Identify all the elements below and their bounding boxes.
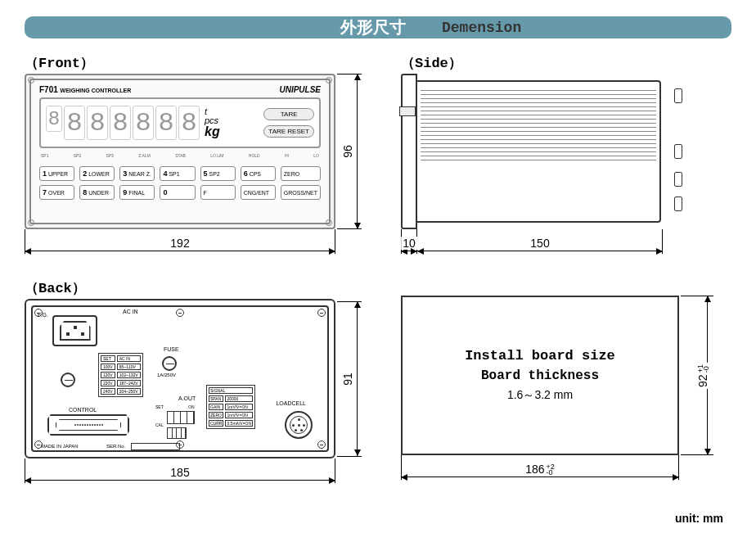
key-9-final[interactable]: 9FINAL — [119, 185, 155, 200]
digit: 8 — [110, 106, 131, 140]
back-panel: F.G. AC IN FUSE 1A/250V — [25, 299, 335, 458]
indicator-row: SP1SP2 SP3Z.ALM STABLO.LIM HOLDHI LO — [39, 153, 321, 160]
header-cn: 外形尺寸 — [340, 16, 406, 38]
key-1-upper[interactable]: 1UPPER — [39, 166, 74, 181]
ser-field — [131, 443, 180, 450]
install-board: Install board size Board thickness 1.6～3… — [401, 296, 679, 455]
loadcell-connector — [285, 411, 313, 439]
install-spacer — [401, 278, 728, 294]
ser-label: SER.No. — [106, 444, 125, 449]
dim-front-width: 192 — [25, 251, 335, 251]
brand-label: UNIPULSE — [279, 85, 321, 94]
digit: 8 — [155, 106, 177, 140]
front-panel: F701 WEIGHING CONTROLLER UNIPULSE 8 8 8 … — [25, 74, 335, 229]
subtitle: WEIGHING CONTROLLER — [61, 88, 132, 93]
dim-install-height: 92+1-0 — [707, 296, 708, 455]
dim-install-width: 186+2-0 — [401, 477, 679, 477]
tare-button[interactable]: TARE — [263, 108, 314, 120]
dim-back-height: 91 — [357, 301, 358, 456]
key-7-over[interactable]: 7OVER — [39, 185, 74, 200]
ground-terminal — [61, 373, 75, 387]
key-2-lower[interactable]: 2LOWER — [79, 166, 115, 181]
model-label: F701 — [39, 85, 58, 94]
fuse-holder — [162, 356, 177, 371]
dim-side-flange: 10 — [401, 251, 417, 251]
key-zero[interactable]: ZERO — [281, 166, 321, 181]
set-label: SET — [155, 404, 164, 409]
side-panel — [401, 74, 679, 229]
unit-note: unit: mm — [25, 512, 731, 525]
control-label: CONTROL — [69, 407, 97, 413]
control-connector — [47, 414, 129, 436]
dip-switch — [167, 427, 187, 439]
cal-label: CAL — [155, 422, 164, 427]
on-label: ON — [188, 404, 195, 409]
install-thickness-value: 1.6～3.2 mm — [507, 388, 573, 403]
ac-inlet — [52, 315, 97, 346]
key-gross-net[interactable]: GROSS/NET — [281, 185, 321, 200]
section-header: 外形尺寸 Demension — [25, 16, 731, 38]
key-4-sp1[interactable]: 4SP1 — [160, 166, 195, 181]
dim-front-height: 96 — [357, 74, 358, 229]
digit: 8 — [178, 106, 200, 140]
lcd-display: 8 8 8 8 8 8 8 t pcs kg — [39, 97, 321, 148]
digit: 8 — [87, 106, 108, 140]
header-en: Demension — [442, 20, 521, 36]
key-3-nearz[interactable]: 3NEAR Z. — [119, 166, 155, 181]
ac-in-label: AC IN — [123, 309, 138, 314]
install-thickness-label: Board thickness — [481, 368, 599, 383]
key-6-cps[interactable]: 6CPS — [241, 166, 276, 181]
key-f[interactable]: F — [200, 185, 236, 200]
digit: 8 — [46, 106, 62, 132]
side-label: （Side） — [401, 53, 728, 72]
made-label: MADE IN JAPAN — [41, 444, 79, 449]
digit: 8 — [64, 106, 85, 140]
dim-side-depth: 150 — [417, 251, 663, 251]
signal-table: SIGNAL SPAN20000 GAIN1mV/V=ON ZERO1mV/V=… — [206, 385, 255, 429]
front-label: （Front） — [25, 53, 376, 72]
aout-terminals — [167, 411, 195, 424]
fg-label: F.G. — [38, 312, 48, 318]
key-5-sp2[interactable]: 5SP2 — [200, 166, 236, 181]
tare-reset-button[interactable]: TARE RESET — [263, 125, 314, 138]
back-label: （Back） — [25, 278, 376, 297]
key-cng-ent[interactable]: CNG/ENT — [241, 185, 276, 200]
fuse-label: FUSE — [164, 346, 179, 352]
install-title: Install board size — [465, 348, 615, 364]
unit-indicators: t pcs kg — [205, 107, 220, 138]
fuse-rating: 1A/250V — [157, 373, 176, 377]
loadcell-label: LOADCELL — [276, 400, 306, 406]
aout-label: A.OUT — [178, 395, 196, 401]
key-0[interactable]: 0 — [160, 185, 195, 200]
key-8-under[interactable]: 8UNDER — [79, 185, 115, 200]
digit: 8 — [133, 106, 154, 140]
dim-back-width: 185 — [25, 480, 335, 481]
voltage-table: SETAC IN 100V85~110V 120V102~132V 220V18… — [98, 353, 143, 397]
